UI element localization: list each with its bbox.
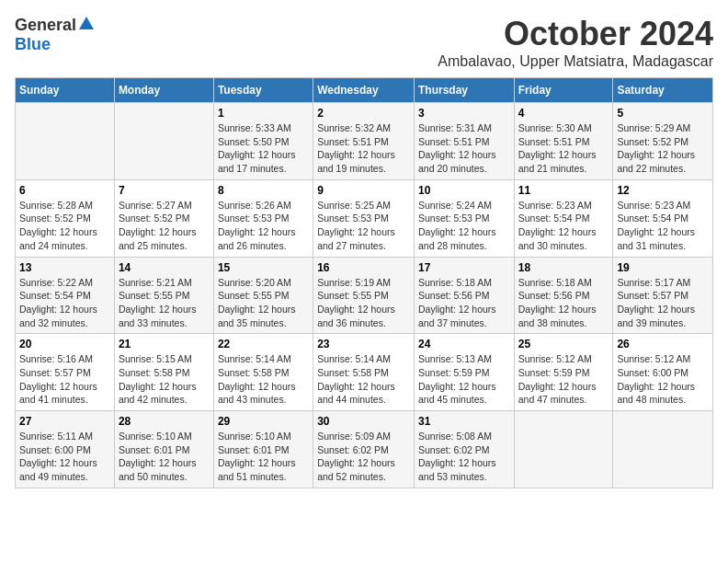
calendar-week-2: 13Sunrise: 5:22 AMSunset: 5:54 PMDayligh… [16,257,713,334]
page-header: General Blue October 2024 Ambalavao, Upp… [15,15,713,70]
cell-content: Sunrise: 5:08 AMSunset: 6:02 PMDaylight:… [418,430,510,484]
calendar-week-3: 20Sunrise: 5:16 AMSunset: 5:57 PMDayligh… [16,334,713,411]
day-number: 24 [418,338,510,350]
day-number: 15 [218,261,309,274]
day-number: 28 [119,415,210,428]
cell-content: Sunrise: 5:18 AMSunset: 5:56 PMDaylight:… [518,276,609,330]
calendar-header-row: SundayMondayTuesdayWednesdayThursdayFrid… [16,78,713,103]
header-thursday: Thursday [414,78,514,103]
logo-general-text: General [15,16,76,35]
day-number: 25 [518,338,609,350]
cell-content: Sunrise: 5:13 AMSunset: 5:59 PMDaylight:… [418,352,510,407]
cell-content: Sunrise: 5:20 AMSunset: 5:55 PMDaylight:… [218,276,309,330]
calendar-cell: 21Sunrise: 5:15 AMSunset: 5:58 PMDayligh… [114,334,213,411]
cell-content: Sunrise: 5:10 AMSunset: 6:01 PMDaylight:… [119,430,210,484]
calendar-cell: 7Sunrise: 5:27 AMSunset: 5:52 PMDaylight… [114,179,213,257]
logo: General Blue [15,15,95,54]
cell-content: Sunrise: 5:10 AMSunset: 6:01 PMDaylight:… [218,430,309,484]
calendar-table: SundayMondayTuesdayWednesdayThursdayFrid… [15,77,713,488]
calendar-cell: 9Sunrise: 5:25 AMSunset: 5:53 PMDaylight… [313,179,415,257]
day-number: 21 [119,338,210,350]
calendar-cell: 10Sunrise: 5:24 AMSunset: 5:53 PMDayligh… [414,179,514,257]
calendar-cell: 19Sunrise: 5:17 AMSunset: 5:57 PMDayligh… [613,257,713,334]
header-tuesday: Tuesday [213,78,313,103]
month-title: October 2024 [438,15,713,53]
day-number: 12 [617,184,709,197]
calendar-cell: 8Sunrise: 5:26 AMSunset: 5:53 PMDaylight… [213,179,313,257]
svg-marker-0 [79,17,94,29]
location-text: Ambalavao, Upper Matsiatra, Madagascar [438,53,713,70]
cell-content: Sunrise: 5:28 AMSunset: 5:52 PMDaylight:… [19,199,110,253]
day-number: 11 [518,184,609,197]
calendar-cell [514,411,613,488]
cell-content: Sunrise: 5:31 AMSunset: 5:51 PMDaylight:… [418,121,510,176]
day-number: 1 [218,107,309,120]
header-saturday: Saturday [613,78,713,103]
cell-content: Sunrise: 5:15 AMSunset: 5:58 PMDaylight:… [119,352,210,407]
calendar-cell: 15Sunrise: 5:20 AMSunset: 5:55 PMDayligh… [213,257,313,334]
header-friday: Friday [514,78,613,103]
calendar-cell: 29Sunrise: 5:10 AMSunset: 6:01 PMDayligh… [213,411,313,488]
calendar-cell: 1Sunrise: 5:33 AMSunset: 5:50 PMDaylight… [213,103,313,180]
calendar-cell: 22Sunrise: 5:14 AMSunset: 5:58 PMDayligh… [213,334,313,411]
cell-content: Sunrise: 5:33 AMSunset: 5:50 PMDaylight:… [218,121,309,176]
calendar-body: 1Sunrise: 5:33 AMSunset: 5:50 PMDaylight… [16,103,713,488]
calendar-cell: 6Sunrise: 5:28 AMSunset: 5:52 PMDaylight… [16,179,115,257]
day-number: 26 [617,338,709,350]
cell-content: Sunrise: 5:16 AMSunset: 5:57 PMDaylight:… [19,352,110,407]
day-number: 18 [518,261,609,274]
logo-icon [78,15,95,31]
calendar-cell: 4Sunrise: 5:30 AMSunset: 5:51 PMDaylight… [514,103,613,180]
day-number: 8 [218,184,309,197]
calendar-cell: 12Sunrise: 5:23 AMSunset: 5:54 PMDayligh… [613,179,713,257]
cell-content: Sunrise: 5:18 AMSunset: 5:56 PMDaylight:… [418,276,510,330]
calendar-cell: 28Sunrise: 5:10 AMSunset: 6:01 PMDayligh… [114,411,213,488]
day-number: 17 [418,261,510,274]
calendar-cell: 2Sunrise: 5:32 AMSunset: 5:51 PMDaylight… [313,103,415,180]
cell-content: Sunrise: 5:09 AMSunset: 6:02 PMDaylight:… [317,430,410,484]
day-number: 9 [317,184,410,197]
day-number: 3 [418,107,510,120]
cell-content: Sunrise: 5:23 AMSunset: 5:54 PMDaylight:… [617,199,709,253]
day-number: 29 [218,415,309,428]
calendar-cell [613,411,713,488]
header-monday: Monday [114,78,213,103]
calendar-cell: 31Sunrise: 5:08 AMSunset: 6:02 PMDayligh… [414,411,514,488]
calendar-cell: 11Sunrise: 5:23 AMSunset: 5:54 PMDayligh… [514,179,613,257]
header-wednesday: Wednesday [313,78,415,103]
cell-content: Sunrise: 5:14 AMSunset: 5:58 PMDaylight:… [317,352,410,407]
cell-content: Sunrise: 5:12 AMSunset: 5:59 PMDaylight:… [518,352,609,407]
cell-content: Sunrise: 5:12 AMSunset: 6:00 PMDaylight:… [617,352,709,407]
calendar-cell: 5Sunrise: 5:29 AMSunset: 5:52 PMDaylight… [613,103,713,180]
day-number: 19 [617,261,709,274]
calendar-cell [114,103,213,180]
day-number: 10 [418,184,510,197]
cell-content: Sunrise: 5:29 AMSunset: 5:52 PMDaylight:… [617,121,709,176]
day-number: 13 [19,261,110,274]
calendar-cell: 25Sunrise: 5:12 AMSunset: 5:59 PMDayligh… [514,334,613,411]
day-number: 16 [317,261,410,274]
calendar-cell: 20Sunrise: 5:16 AMSunset: 5:57 PMDayligh… [16,334,115,411]
title-section: October 2024 Ambalavao, Upper Matsiatra,… [438,15,713,70]
calendar-cell [16,103,115,180]
cell-content: Sunrise: 5:11 AMSunset: 6:00 PMDaylight:… [19,430,110,484]
calendar-cell: 18Sunrise: 5:18 AMSunset: 5:56 PMDayligh… [514,257,613,334]
calendar-cell: 13Sunrise: 5:22 AMSunset: 5:54 PMDayligh… [16,257,115,334]
cell-content: Sunrise: 5:24 AMSunset: 5:53 PMDaylight:… [418,199,510,253]
calendar-cell: 23Sunrise: 5:14 AMSunset: 5:58 PMDayligh… [313,334,415,411]
day-number: 30 [317,415,410,428]
calendar-week-4: 27Sunrise: 5:11 AMSunset: 6:00 PMDayligh… [16,411,713,488]
cell-content: Sunrise: 5:14 AMSunset: 5:58 PMDaylight:… [218,352,309,407]
calendar-cell: 14Sunrise: 5:21 AMSunset: 5:55 PMDayligh… [114,257,213,334]
cell-content: Sunrise: 5:19 AMSunset: 5:55 PMDaylight:… [317,276,410,330]
cell-content: Sunrise: 5:23 AMSunset: 5:54 PMDaylight:… [518,199,609,253]
header-sunday: Sunday [16,78,115,103]
cell-content: Sunrise: 5:26 AMSunset: 5:53 PMDaylight:… [218,199,309,253]
cell-content: Sunrise: 5:32 AMSunset: 5:51 PMDaylight:… [317,121,410,176]
cell-content: Sunrise: 5:27 AMSunset: 5:52 PMDaylight:… [119,199,210,253]
day-number: 4 [518,107,609,120]
calendar-cell: 27Sunrise: 5:11 AMSunset: 6:00 PMDayligh… [16,411,115,488]
calendar-cell: 16Sunrise: 5:19 AMSunset: 5:55 PMDayligh… [313,257,415,334]
calendar-week-1: 6Sunrise: 5:28 AMSunset: 5:52 PMDaylight… [16,179,713,257]
cell-content: Sunrise: 5:25 AMSunset: 5:53 PMDaylight:… [317,199,410,253]
